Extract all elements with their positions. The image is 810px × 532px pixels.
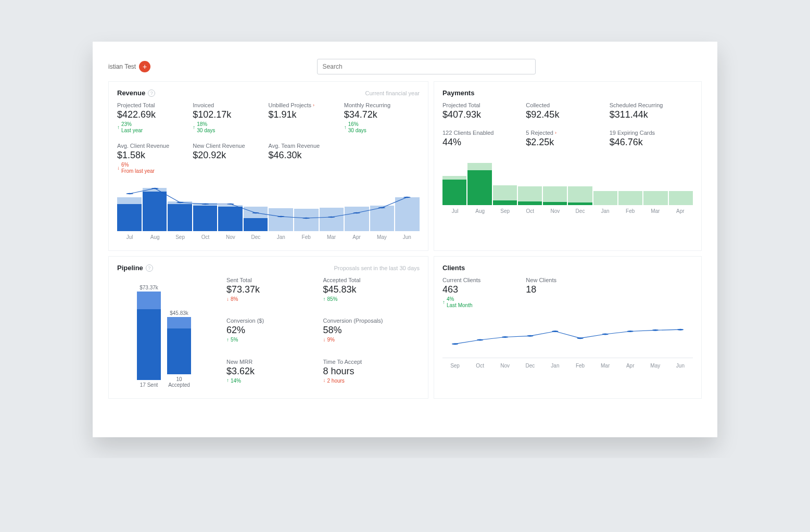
arrow-up-icon: ↑ — [193, 125, 195, 130]
arrow-up-icon: ↑ — [117, 125, 120, 130]
svg-point-12 — [452, 343, 459, 345]
svg-point-16 — [552, 331, 559, 332]
info-icon[interactable]: ? — [148, 90, 155, 97]
dashboard-frame: istian Test + Revenue ? Current financia… — [93, 42, 717, 437]
topbar: istian Test + — [108, 57, 702, 76]
arrow-down-icon: ↓ — [226, 297, 229, 302]
add-button[interactable]: + — [139, 61, 150, 72]
metric-time-to-accept: Time To Accept 8 hours ↓2 hours — [323, 359, 420, 388]
svg-point-14 — [502, 336, 509, 338]
metric-conversion-dollar: Conversion ($) 62% ↑5% — [226, 318, 323, 347]
metric-payments-scheduled: Scheduled Recurring $311.44k — [610, 102, 693, 120]
arrow-up-icon: ↑ — [226, 337, 229, 343]
payments-chart — [442, 153, 693, 205]
metric-new-client-revenue: New Client Revenue $20.92k — [193, 143, 268, 174]
metric-unbilled[interactable]: Unbilled Projects› $1.91k — [269, 102, 344, 133]
metric-invoiced: Invoiced $102.17k ↑18%30 days — [193, 102, 268, 133]
svg-point-20 — [652, 330, 659, 331]
metric-payments-collected: Collected $92.45k — [526, 102, 609, 120]
pipeline-title: Pipeline — [117, 264, 143, 272]
pipeline-bar-sent: $73.37k 17 Sent — [137, 285, 161, 388]
revenue-card: Revenue ? Current financial year Project… — [108, 81, 428, 251]
caret-right-icon: › — [555, 130, 556, 135]
pipeline-bar-accepted: $45.83k 10 Accepted — [167, 279, 191, 388]
revenue-chart — [117, 179, 420, 231]
metric-clients-enabled: 122 Clients Enabled 44% — [442, 130, 526, 148]
clients-chart: SepOctNovDecJanFebMarAprMayJun — [442, 311, 693, 369]
payments-title: Payments — [442, 89, 474, 97]
info-icon[interactable]: ? — [146, 264, 153, 272]
breadcrumb: istian Test — [108, 63, 136, 70]
caret-right-icon: › — [313, 103, 314, 108]
search-wrapper — [317, 59, 536, 74]
metric-projected-total: Projected Total $422.69k ↑23%Last year — [117, 102, 193, 133]
metric-accepted-total: Accepted Total $45.83k ↑85% — [323, 277, 420, 306]
arrow-down-icon: ↓ — [117, 166, 120, 171]
payments-chart-labels: JulAugSepOctNovDecJanFebMarApr — [442, 208, 693, 214]
arrow-up-icon: ↑ — [442, 300, 445, 305]
svg-point-15 — [527, 335, 534, 337]
pipeline-note: Proposals sent in the last 30 days — [334, 265, 420, 271]
metric-new-clients: New Clients 18 — [526, 277, 609, 308]
svg-point-13 — [477, 339, 484, 341]
metric-sent-total: Sent Total $73.37k ↓8% — [226, 277, 323, 306]
arrow-up-icon: ↑ — [226, 378, 229, 383]
metric-current-clients: Current Clients 463 ↑4%Last Month — [442, 277, 526, 308]
revenue-chart-labels: JulAugSepOctNovDecJanFebMarAprMayJun — [117, 234, 420, 240]
metric-new-mrr: New MRR $3.62k ↑14% — [226, 359, 323, 388]
arrow-down-icon: ↓ — [323, 337, 326, 343]
pipeline-card: Pipeline ? Proposals sent in the last 30… — [108, 256, 428, 399]
payments-card: Payments Projected Total $407.93k Collec… — [434, 81, 702, 251]
svg-point-18 — [602, 334, 609, 335]
clients-card: Clients Current Clients 463 ↑4%Last Mont… — [434, 256, 702, 399]
pipeline-chart: $73.37k 17 Sent $45.83k 10 Acc — [117, 277, 211, 388]
svg-point-21 — [677, 329, 684, 331]
clients-title: Clients — [442, 264, 465, 272]
revenue-note: Current financial year — [365, 90, 420, 96]
revenue-title: Revenue — [117, 89, 145, 97]
arrow-up-icon: ↑ — [344, 125, 347, 130]
metric-avg-client-revenue: Avg. Client Revenue $1.58k ↓6%From last … — [117, 143, 193, 174]
metric-rejected[interactable]: 5 Rejected› $2.25k — [526, 130, 609, 148]
metric-monthly-recurring: Monthly Recurring $34.72k ↑16%30 days — [344, 102, 420, 133]
search-input[interactable] — [317, 59, 536, 74]
svg-point-17 — [577, 337, 584, 339]
metric-conversion-proposals: Conversion (Proposals) 58% ↓9% — [323, 318, 420, 347]
svg-point-19 — [627, 331, 634, 332]
metric-avg-team-revenue: Avg. Team Revenue $46.30k — [269, 143, 344, 174]
arrow-up-icon: ↑ — [323, 297, 326, 302]
arrow-down-icon: ↓ — [323, 378, 326, 383]
metric-payments-projected: Projected Total $407.93k — [442, 102, 526, 120]
metric-expiring-cards: 19 Expiring Cards $46.76k — [610, 130, 693, 148]
